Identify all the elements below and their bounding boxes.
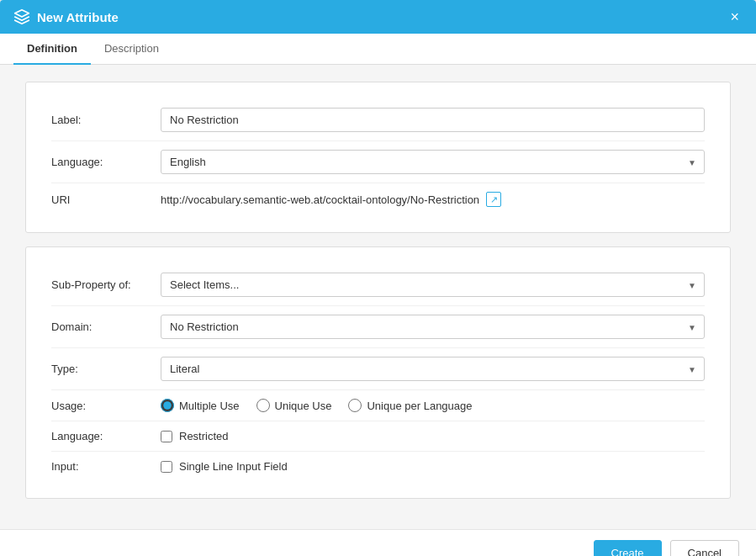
sub-property-control: Select Items... ▼ [161, 273, 705, 297]
type-row: Type: Literal String Integer Boolean ▼ [51, 348, 705, 390]
usage-multiple-radio[interactable] [161, 399, 174, 412]
sub-property-select[interactable]: Select Items... [161, 273, 705, 297]
input-checkbox[interactable] [161, 461, 172, 473]
uri-field-label: URI [51, 193, 161, 206]
domain-select-wrapper: No Restriction String Integer ▼ [161, 315, 705, 339]
usage-unique-per-lang-radio[interactable] [348, 399, 362, 412]
domain-label: Domain: [51, 320, 161, 333]
input-field-label: Input: [51, 460, 161, 473]
usage-multiple-label[interactable]: Multiple Use [161, 399, 240, 412]
language-row: Language: English German French Spanish … [51, 141, 705, 183]
language-restricted-control: Restricted [161, 430, 705, 442]
usage-unique-text: Unique Use [275, 400, 332, 412]
create-button[interactable]: Create [594, 540, 662, 556]
input-field-control: Single Line Input Field [161, 460, 705, 473]
dialog-title: New Attribute [37, 10, 119, 24]
usage-label: Usage: [51, 400, 161, 412]
language-restricted-text: Restricted [179, 430, 229, 442]
section-properties: Sub-Property of: Select Items... ▼ Domai… [25, 246, 731, 499]
app-icon [13, 8, 30, 25]
dialog-body: Label: Language: English German French S… [0, 65, 756, 529]
uri-field-control: http://vocabulary.semantic-web.at/cockta… [161, 192, 705, 207]
sub-property-label: Sub-Property of: [51, 278, 161, 291]
new-attribute-dialog: New Attribute × Definition Description L… [0, 0, 756, 556]
header-left: New Attribute [13, 8, 119, 25]
language-restricted-checkbox[interactable] [161, 431, 172, 442]
uri-row: URI http://vocabulary.semantic-web.at/co… [51, 183, 705, 215]
sub-property-select-wrapper: Select Items... ▼ [161, 273, 705, 297]
dialog-header: New Attribute × [0, 0, 756, 34]
domain-control: No Restriction String Integer ▼ [161, 315, 705, 339]
language-restricted-row: Language: Restricted [51, 421, 705, 452]
usage-radio-group: Multiple Use Unique Use Unique per Langu… [161, 399, 705, 412]
usage-unique-per-lang-text: Unique per Language [367, 400, 472, 412]
usage-unique-label[interactable]: Unique Use [256, 399, 332, 412]
usage-unique-per-lang-label[interactable]: Unique per Language [348, 399, 472, 412]
language-field-label: Language: [51, 156, 161, 168]
language-restricted-checkbox-label[interactable]: Restricted [161, 430, 705, 442]
input-row: Input: Single Line Input Field [51, 452, 705, 481]
language-field-control: English German French Spanish ▼ [161, 150, 705, 174]
tab-description[interactable]: Description [91, 34, 172, 65]
sub-property-row: Sub-Property of: Select Items... ▼ [51, 264, 705, 306]
input-checkbox-label[interactable]: Single Line Input Field [161, 460, 705, 473]
dialog-footer: Create Cancel [0, 529, 756, 556]
usage-control: Multiple Use Unique Use Unique per Langu… [161, 399, 705, 412]
tab-bar: Definition Description [0, 34, 756, 65]
domain-row: Domain: No Restriction String Integer ▼ [51, 306, 705, 348]
input-checkbox-text: Single Line Input Field [179, 460, 288, 473]
language-select-wrapper: English German French Spanish ▼ [161, 150, 705, 174]
label-field-control [161, 108, 705, 132]
type-control: Literal String Integer Boolean ▼ [161, 357, 705, 381]
uri-link-icon[interactable]: ↗ [486, 192, 501, 207]
usage-multiple-text: Multiple Use [179, 400, 240, 412]
language-select[interactable]: English German French Spanish [161, 150, 705, 174]
label-input[interactable] [161, 108, 705, 132]
type-label: Type: [51, 363, 161, 375]
uri-value-row: http://vocabulary.semantic-web.at/cockta… [161, 192, 705, 207]
language-restricted-field-label: Language: [51, 430, 161, 442]
cancel-button[interactable]: Cancel [670, 540, 739, 556]
label-field-label: Label: [51, 114, 161, 126]
usage-unique-radio[interactable] [256, 399, 270, 412]
section-basic-info: Label: Language: English German French S… [25, 82, 731, 233]
usage-row: Usage: Multiple Use Unique Use [51, 390, 705, 421]
label-row: Label: [51, 99, 705, 141]
type-select[interactable]: Literal String Integer Boolean [161, 357, 705, 381]
tab-definition[interactable]: Definition [13, 34, 91, 65]
close-button[interactable]: × [727, 6, 743, 28]
type-select-wrapper: Literal String Integer Boolean ▼ [161, 357, 705, 381]
uri-value: http://vocabulary.semantic-web.at/cockta… [161, 193, 479, 206]
domain-select[interactable]: No Restriction String Integer [161, 315, 705, 339]
